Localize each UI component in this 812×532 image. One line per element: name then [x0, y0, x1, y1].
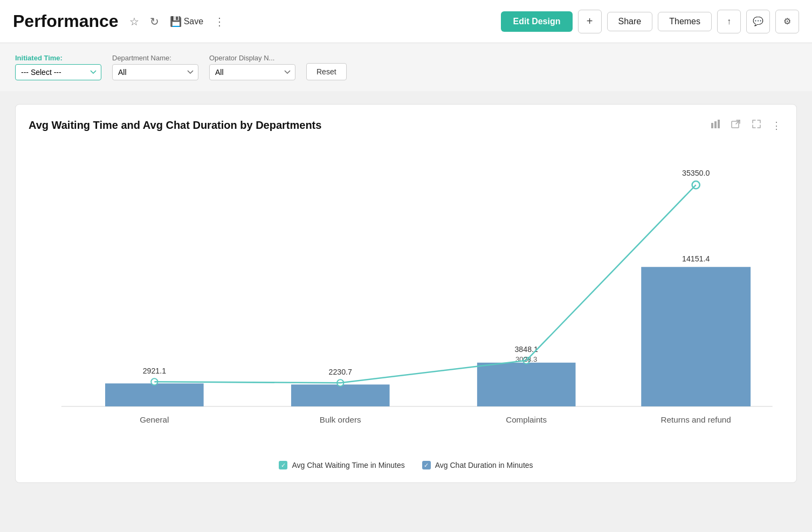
svg-rect-1: [714, 121, 717, 128]
legend-waiting-label: Avg Chat Waiting Time in Minutes: [292, 461, 404, 469]
gear-icon: ⚙: [783, 16, 791, 26]
chart-area: 2921.1 2230.7 3848.1 3028.3 35350.0 1415…: [29, 144, 783, 452]
comment-button[interactable]: 💬: [746, 10, 770, 33]
favorite-button[interactable]: ☆: [127, 13, 141, 30]
x-label-returns: Returns and refund: [661, 415, 731, 424]
initiated-time-filter: Initiated Time: --- Select ---: [15, 54, 101, 80]
label-general-waiting: 2921.1: [143, 367, 167, 375]
edit-design-button[interactable]: Edit Design: [501, 11, 572, 32]
chart-more-options-button[interactable]: ⋮: [769, 119, 783, 133]
comment-icon: 💬: [753, 16, 763, 26]
open-external-icon: [731, 121, 741, 132]
bar-chart-icon: [710, 121, 721, 132]
save-icon: 💾: [170, 16, 182, 27]
open-new-window-button[interactable]: [728, 118, 744, 133]
operator-display-label: Operator Display N...: [209, 54, 295, 62]
department-name-filter: Department Name: All: [112, 54, 198, 80]
reset-button[interactable]: Reset: [306, 63, 347, 80]
themes-button[interactable]: Themes: [658, 12, 712, 31]
save-button[interactable]: 💾 Save: [168, 13, 205, 30]
expand-icon: [751, 121, 762, 132]
operator-display-filter: Operator Display N... All: [209, 54, 295, 80]
chart-card-header: Avg Waiting Time and Avg Chat Duration b…: [29, 118, 783, 133]
bar-bulkorders-duration: [291, 384, 390, 406]
bar-complaints-duration: [477, 363, 576, 406]
chart-bar-icon-button[interactable]: [708, 118, 723, 133]
export-icon: ↑: [727, 17, 731, 26]
bar-returns-duration: [641, 267, 751, 406]
header-icons: ☆ ↻ 💾 Save ⋮: [127, 13, 501, 30]
export-button[interactable]: ↑: [717, 10, 741, 33]
x-label-complaints: Complaints: [506, 415, 547, 424]
label-returns-duration: 14151.4: [682, 254, 710, 263]
chart-svg: 2921.1 2230.7 3848.1 3028.3 35350.0 1415…: [29, 144, 783, 450]
chart-legend: ✓ Avg Chat Waiting Time in Minutes ✓ Avg…: [29, 461, 783, 469]
main-content: Avg Waiting Time and Avg Chat Duration b…: [0, 91, 812, 496]
refresh-button[interactable]: ↻: [148, 13, 161, 30]
initiated-time-select[interactable]: --- Select ---: [15, 64, 101, 80]
add-button[interactable]: +: [578, 10, 602, 33]
header-right: Edit Design + Share Themes ↑ 💬 ⚙: [501, 10, 799, 33]
legend-duration-label: Avg Chat Duration in Minutes: [435, 461, 533, 469]
legend-waiting-time: ✓ Avg Chat Waiting Time in Minutes: [279, 461, 404, 469]
header: Performance ☆ ↻ 💾 Save ⋮ Edit Design + S…: [0, 0, 812, 43]
svg-rect-0: [711, 123, 713, 128]
bar-general-duration: [105, 383, 204, 406]
ellipsis-vertical-icon: ⋮: [772, 120, 781, 131]
x-label-bulkorders: Bulk orders: [320, 415, 361, 424]
waiting-time-line: [154, 185, 696, 383]
initiated-time-label: Initiated Time:: [15, 54, 101, 62]
chart-title: Avg Waiting Time and Avg Chat Duration b…: [29, 119, 321, 132]
star-icon: ☆: [129, 15, 139, 28]
department-name-label: Department Name:: [112, 54, 198, 62]
department-name-select[interactable]: All: [112, 64, 198, 80]
label-bulkorders-waiting: 2230.7: [329, 368, 353, 376]
label-returns-waiting: 35350.0: [682, 169, 710, 177]
legend-duration-checkbox: ✓: [422, 461, 431, 469]
svg-rect-2: [718, 120, 720, 128]
operator-display-select[interactable]: All: [209, 64, 295, 80]
legend-waiting-checkbox: ✓: [279, 461, 287, 469]
chart-card: Avg Waiting Time and Avg Chat Duration b…: [15, 104, 797, 483]
settings-button[interactable]: ⚙: [775, 10, 799, 33]
more-options-button[interactable]: ⋮: [212, 13, 227, 30]
ellipsis-icon: ⋮: [214, 15, 225, 28]
share-button[interactable]: Share: [607, 12, 653, 31]
refresh-icon: ↻: [150, 15, 159, 28]
filters-bar: Initiated Time: --- Select --- Departmen…: [0, 43, 812, 91]
chart-header-icons: ⋮: [708, 118, 783, 133]
page-title: Performance: [13, 11, 119, 31]
legend-chat-duration: ✓ Avg Chat Duration in Minutes: [422, 461, 533, 469]
expand-button[interactable]: [749, 118, 764, 133]
x-label-general: General: [140, 415, 169, 424]
